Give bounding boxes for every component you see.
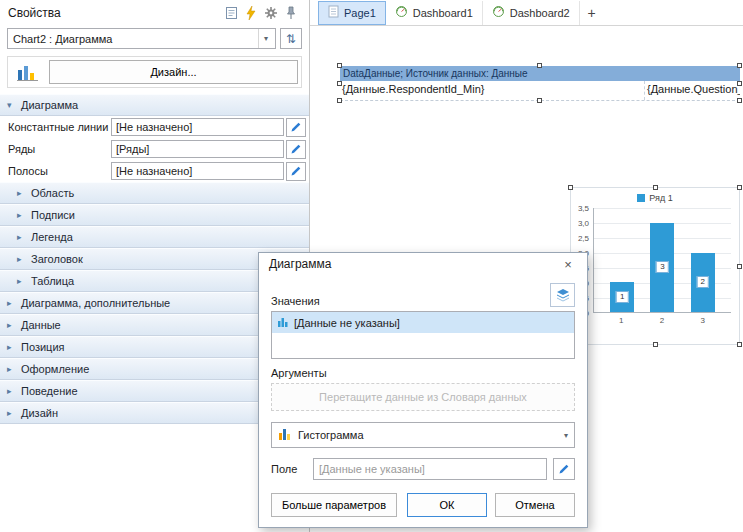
sort-properties-button[interactable]: ⇅	[280, 28, 302, 49]
values-header-row: Значения	[271, 275, 575, 307]
resize-handle[interactable]	[737, 81, 742, 86]
prop-row-series: Ряды [Ряды]	[0, 138, 309, 160]
chevron-right-icon: ▸	[7, 386, 16, 396]
field-input[interactable]: [Данные не указаны]	[313, 458, 547, 480]
section-area[interactable]: ▸ Область	[0, 182, 309, 204]
resize-handle[interactable]	[537, 63, 542, 68]
tab-label: Dashboard2	[510, 7, 570, 19]
tab-dashboard2[interactable]: Dashboard2	[483, 1, 580, 25]
section-chart-label: Диаграмма	[21, 99, 78, 111]
chart-plot-area: 1 3 2	[593, 208, 731, 313]
resize-handle[interactable]	[337, 81, 342, 86]
close-icon[interactable]: ×	[559, 255, 577, 273]
resize-handle[interactable]	[737, 342, 742, 347]
resize-handle[interactable]	[337, 98, 342, 103]
resize-handle[interactable]	[737, 98, 742, 103]
pin-icon[interactable]	[281, 3, 301, 23]
chart-x-axis: 1 2 3	[593, 316, 731, 325]
chevron-right-icon: ▸	[17, 210, 26, 220]
prop-value-constant-lines[interactable]: [Не назначено]	[111, 118, 284, 136]
object-selector-row: Chart2 : Диаграмма ▾ ⇅	[0, 26, 309, 53]
resize-handle[interactable]	[653, 185, 658, 190]
chevron-right-icon: ▸	[17, 188, 26, 198]
field-label: Поле	[271, 463, 307, 475]
ok-button[interactable]: ОК	[407, 493, 487, 517]
tab-label: Dashboard1	[413, 7, 473, 19]
edit-pencil-button[interactable]	[553, 458, 575, 480]
section-label: Таблица	[31, 275, 74, 287]
resize-handle[interactable]	[337, 63, 342, 68]
values-list[interactable]: [Данные не указаны]	[271, 311, 575, 359]
values-list-item[interactable]: [Данные не указаны]	[272, 312, 574, 333]
layers-button[interactable]	[550, 283, 575, 307]
data-band-header[interactable]: DataДанные; Источник данных: Данные	[340, 66, 740, 81]
resize-handle[interactable]	[653, 342, 658, 347]
dialog-footer: Больше параметров ОК Отмена	[271, 493, 575, 517]
bar-chart-icon	[277, 316, 289, 330]
edit-pencil-button[interactable]	[286, 162, 306, 181]
chart-dialog: Диаграмма × Значения [Данные не указаны]…	[258, 252, 588, 528]
resize-handle[interactable]	[537, 98, 542, 103]
chevron-down-icon: ▾	[258, 29, 273, 48]
resize-handle[interactable]	[737, 264, 742, 269]
resize-handle[interactable]	[737, 63, 742, 68]
section-label: Подписи	[31, 209, 75, 221]
section-label: Диаграмма, дополнительные	[21, 297, 170, 309]
x-tick: 3	[691, 316, 715, 325]
section-label: Оформление	[21, 363, 89, 375]
chevron-right-icon: ▸	[17, 232, 26, 242]
section-legend[interactable]: ▸ Легенда	[0, 226, 309, 248]
properties-panel-header: Свойства	[0, 0, 309, 26]
sort-icon: ⇅	[286, 32, 296, 46]
design-button[interactable]: Дизайн...	[49, 60, 298, 84]
chevron-right-icon: ▸	[7, 364, 16, 374]
layers-icon	[555, 287, 571, 303]
more-parameters-button[interactable]: Больше параметров	[271, 493, 397, 517]
chart-thumbnail-icon	[11, 62, 45, 82]
chart-bar: 2	[691, 253, 715, 312]
tab-dashboard1[interactable]: Dashboard1	[386, 1, 483, 25]
chart-object[interactable]: Ряд 1 3,5 3,0 2,5 2,0 1,5 1,0 0,5 0,0 1	[570, 187, 740, 345]
chart-type-value: Гистограмма	[298, 429, 558, 441]
chevron-right-icon: ▸	[7, 298, 16, 308]
object-selector-value: Chart2 : Диаграмма	[13, 33, 258, 45]
add-page-button[interactable]: +	[580, 1, 604, 25]
values-label: Значения	[271, 295, 320, 307]
edit-pencil-button[interactable]	[286, 140, 306, 159]
section-label: Дизайн	[21, 407, 58, 419]
localize-property-icon[interactable]	[221, 3, 241, 23]
data-band[interactable]: DataДанные; Источник данных: Данные {Дан…	[340, 66, 740, 101]
section-label: Легенда	[31, 231, 73, 243]
chart-type-combo[interactable]: Гистограмма ▾	[271, 422, 575, 448]
prop-value-series[interactable]: [Ряды]	[111, 140, 284, 158]
resize-handle[interactable]	[737, 185, 742, 190]
tab-page1[interactable]: Page1	[318, 1, 386, 25]
bar-value-label: 3	[656, 261, 668, 273]
band-cell-question[interactable]: {Данные.Question_5_S	[645, 81, 740, 100]
chart-bars: 1 3 2	[594, 208, 731, 312]
cancel-button[interactable]: Отмена	[495, 493, 575, 517]
events-lightning-icon[interactable]	[241, 3, 261, 23]
band-cell-respondent[interactable]: {Данные.RespondentId_Min}	[340, 81, 645, 100]
section-label: Позиция	[21, 341, 65, 353]
gear-icon[interactable]	[261, 3, 281, 23]
resize-handle[interactable]	[568, 185, 573, 190]
prop-row-constant-lines: Константные линии [Не назначено]	[0, 116, 309, 138]
chart-bar: 1	[610, 282, 634, 312]
chevron-right-icon: ▸	[17, 254, 26, 264]
prop-value-strips[interactable]: [Не назначено]	[111, 162, 284, 180]
chevron-right-icon: ▸	[7, 342, 16, 352]
section-chart[interactable]: ▾ Диаграмма	[0, 94, 309, 116]
section-labels[interactable]: ▸ Подписи	[0, 204, 309, 226]
arguments-drop-zone[interactable]: Перетащите данные из Словаря данных	[271, 383, 575, 411]
object-selector-combo[interactable]: Chart2 : Диаграмма ▾	[7, 28, 276, 49]
properties-panel-title: Свойства	[8, 6, 221, 20]
section-label: Поведение	[21, 385, 78, 397]
edit-pencil-button[interactable]	[286, 118, 306, 137]
legend-series-name: Ряд 1	[649, 193, 672, 203]
x-tick: 1	[609, 316, 633, 325]
section-label: Заголовок	[31, 253, 83, 265]
values-item-text: [Данные не указаны]	[294, 317, 400, 329]
x-tick: 2	[650, 316, 674, 325]
chart-bar: 3	[650, 223, 674, 312]
